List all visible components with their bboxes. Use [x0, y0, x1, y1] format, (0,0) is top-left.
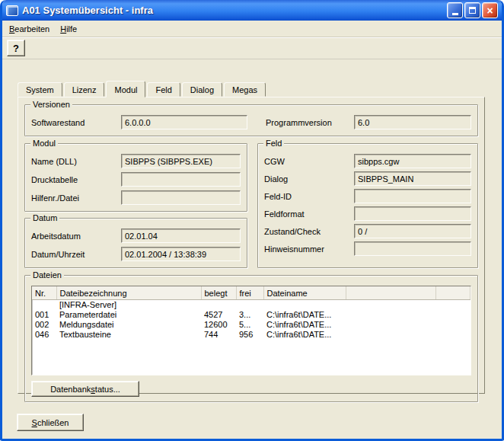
dialog-label: Dialog: [264, 174, 354, 184]
close-button[interactable]: ×: [482, 2, 498, 18]
group-modul-title: Modul: [30, 139, 58, 149]
tab-feld[interactable]: Feld: [147, 82, 180, 97]
datum-uhrzeit-label: Datum/Uhrzeit: [31, 250, 121, 259]
zustand-check-label: Zustand/Check: [264, 227, 354, 236]
toolbar: ?: [2, 37, 502, 59]
maximize-icon: [469, 7, 476, 14]
field-row: Softwarestand 6.0.0.0 Programmversion 6.…: [31, 115, 471, 129]
list-header-row: Nr. Dateibezeichnung belegt frei Dateina…: [32, 286, 471, 299]
drucktabelle-input[interactable]: [121, 172, 241, 187]
tab-dialog[interactable]: Dialog: [182, 82, 222, 97]
programmversion-input[interactable]: 6.0: [354, 115, 471, 129]
field-row: Drucktabelle: [31, 172, 241, 187]
tab-system[interactable]: System: [18, 82, 62, 97]
zustand-check-input[interactable]: 0 /: [354, 224, 471, 238]
feldformat-input[interactable]: [354, 206, 471, 221]
field-row: Feld-ID: [264, 189, 471, 203]
feld-id-input[interactable]: [354, 189, 471, 203]
schliessen-button[interactable]: Schließen: [17, 414, 84, 431]
tab-modul[interactable]: Modul: [106, 81, 145, 97]
programmversion-label: Programmversion: [266, 118, 354, 127]
group-dateien: Dateien Nr. Dateibezeichnung belegt frei…: [24, 275, 478, 402]
menu-item-hilfe[interactable]: Hilfe: [55, 22, 82, 36]
tab-lizenz[interactable]: Lizenz: [64, 82, 105, 97]
group-versionen-title: Versionen: [30, 100, 72, 110]
group-datum-title: Datum: [30, 213, 59, 223]
dateien-list[interactable]: Nr. Dateibezeichnung belegt frei Dateina…: [31, 286, 471, 375]
name-dll-input[interactable]: SIBPPS (SIBPPS.EXE): [121, 154, 241, 168]
help-button[interactable]: ?: [7, 40, 25, 56]
field-row: Datum/Uhrzeit 02.01.2004 / 13:38:39: [31, 247, 241, 261]
field-row: CGW sibpps.cgw: [264, 154, 471, 168]
hilfenr-datei-input[interactable]: [121, 190, 241, 205]
column-header-belegt[interactable]: belegt: [201, 286, 236, 299]
cgw-input[interactable]: sibpps.cgw: [354, 154, 471, 168]
drucktabelle-label: Drucktabelle: [31, 175, 121, 184]
help-icon: ?: [13, 43, 19, 54]
field-row: Arbeitsdatum 02.01.04: [31, 228, 241, 243]
group-feld: Feld CGW sibpps.cgw Dialog SIBPPS_MAIN F…: [257, 143, 478, 268]
arbeitsdatum-input[interactable]: 02.01.04: [121, 228, 241, 243]
table-row[interactable]: [INFRA-Server]: [32, 299, 471, 310]
column-header-filler: [435, 286, 471, 299]
field-row: Name (DLL) SIBPPS (SIBPPS.EXE): [31, 154, 241, 168]
table-row[interactable]: 001 Parameterdatei 4527 3... C:\infra6t\…: [32, 310, 471, 320]
hinweisnummer-label: Hinweisnummer: [264, 244, 354, 254]
close-icon: ×: [486, 5, 493, 16]
window-title: A01 Systemübersicht - infra: [22, 5, 447, 16]
hilfenr-datei-label: Hilfenr./Datei: [31, 193, 121, 203]
minimize-button[interactable]: [447, 2, 463, 18]
tabstrip: System Lizenz Modul Feld Dialog Megas: [18, 80, 485, 97]
feld-id-label: Feld-ID: [264, 192, 354, 201]
field-row: Hilfenr./Datei: [31, 190, 241, 205]
feldformat-label: Feldformat: [264, 209, 354, 219]
column-header-filler: [346, 286, 435, 299]
group-modul: Modul Name (DLL) SIBPPS (SIBPPS.EXE) Dru…: [24, 143, 247, 212]
menubar: Bearbeiten Hilfe: [2, 21, 502, 37]
arbeitsdatum-label: Arbeitsdatum: [31, 232, 121, 241]
menu-item-bearbeiten[interactable]: Bearbeiten: [4, 22, 55, 36]
group-datum: Datum Arbeitsdatum 02.01.04 Datum/Uhrzei…: [24, 218, 247, 268]
field-row: Dialog SIBPPS_MAIN: [264, 171, 471, 186]
tabpage-modul: Versionen Softwarestand 6.0.0.0 Programm…: [18, 97, 485, 394]
softwarestand-input[interactable]: 6.0.0.0: [121, 115, 247, 129]
group-feld-title: Feld: [263, 139, 284, 149]
group-dateien-title: Dateien: [30, 270, 64, 280]
field-row: Hinweisnummer: [264, 241, 471, 256]
titlebar[interactable]: A01 Systemübersicht - infra ×: [2, 0, 502, 21]
column-header-dateiname[interactable]: Dateiname: [263, 286, 346, 299]
field-row: Zustand/Check 0 /: [264, 224, 471, 238]
tab-megas[interactable]: Megas: [224, 82, 266, 97]
dialog-input[interactable]: SIBPPS_MAIN: [354, 171, 471, 186]
datenbankstatus-button[interactable]: Datenbankstatus...: [31, 381, 139, 397]
datum-uhrzeit-input[interactable]: 02.01.2004 / 13:38:39: [121, 247, 241, 261]
softwarestand-label: Softwarestand: [31, 118, 121, 127]
column-header-frei[interactable]: frei: [236, 286, 263, 299]
hinweisnummer-input[interactable]: [354, 241, 471, 256]
minimize-icon: [452, 13, 458, 15]
name-dll-label: Name (DLL): [31, 157, 121, 166]
table-row[interactable]: 002 Meldungsdatei 12600 5... C:\infra6t\…: [32, 320, 471, 330]
column-header-nr[interactable]: Nr.: [32, 286, 56, 299]
cgw-label: CGW: [264, 157, 354, 166]
maximize-button[interactable]: [464, 2, 480, 18]
group-versionen: Versionen Softwarestand 6.0.0.0 Programm…: [24, 104, 478, 136]
table-row[interactable]: 046 Textbausteine 744 956 C:\infra6t\DAT…: [32, 330, 471, 340]
app-window: A01 Systemübersicht - infra × Bearbeiten…: [0, 0, 504, 441]
app-icon: [6, 5, 18, 16]
column-header-dateibezeichnung[interactable]: Dateibezeichnung: [56, 286, 201, 299]
field-row: Feldformat: [264, 206, 471, 221]
